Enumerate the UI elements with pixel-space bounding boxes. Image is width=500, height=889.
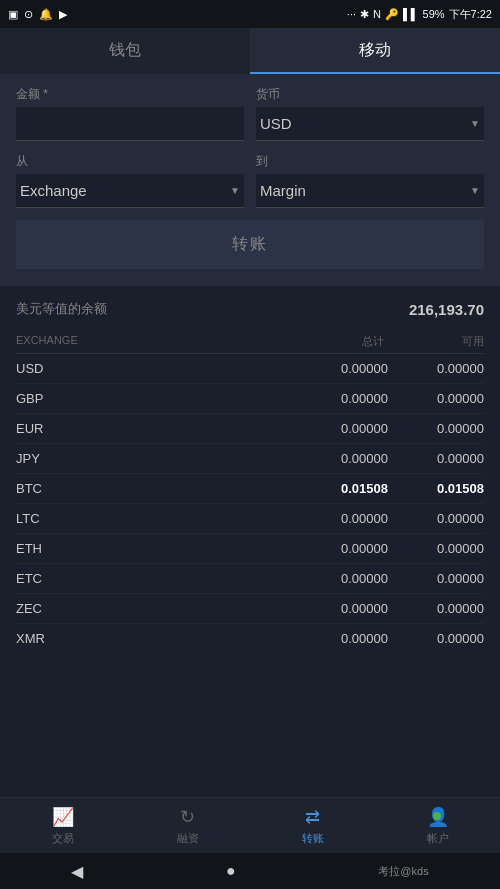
bell-icon: 🔔 — [39, 8, 53, 21]
avail-value: 0.00000 — [404, 601, 484, 616]
table-values: 0.01508 0.01508 — [308, 481, 484, 496]
avail-value: 0.00000 — [404, 631, 484, 646]
to-dropdown-arrow: ▼ — [470, 185, 480, 196]
avail-value: 0.00000 — [404, 451, 484, 466]
status-bar: ▣ ⊙ 🔔 ▶ ··· ✱ N 🔑 ▌▌ 59% 下午7:22 — [0, 0, 500, 28]
currency-value: USD — [260, 115, 292, 132]
balance-label: 美元等值的余额 — [16, 300, 107, 318]
table-values: 0.00000 0.00000 — [308, 541, 484, 556]
brand-label: 考拉@kds — [378, 864, 428, 879]
coin-label: EUR — [16, 421, 76, 436]
table-values: 0.00000 0.00000 — [308, 361, 484, 376]
table-row[interactable]: EUR 0.00000 0.00000 — [16, 414, 484, 444]
android-nav-bar: ◀ ● 考拉@kds — [0, 853, 500, 889]
amount-group: 金额 * — [16, 86, 244, 141]
total-value: 0.00000 — [308, 601, 388, 616]
table-values: 0.00000 0.00000 — [308, 451, 484, 466]
nav-account[interactable]: 👤 帐户 — [375, 798, 500, 853]
table-row[interactable]: ZEC 0.00000 0.00000 — [16, 594, 484, 624]
from-value: Exchange — [20, 182, 87, 199]
table-section: EXCHANGE 总计 可用 USD 0.00000 0.00000 GBP 0… — [0, 326, 500, 649]
table-row[interactable]: XMR 0.00000 0.00000 — [16, 624, 484, 649]
nav-trade[interactable]: 📈 交易 — [0, 798, 125, 853]
status-right-icons: ··· ✱ N 🔑 ▌▌ 59% 下午7:22 — [347, 7, 492, 22]
coin-label: XMR — [16, 631, 76, 646]
from-dropdown-arrow: ▼ — [230, 185, 240, 196]
table-row[interactable]: BTC 0.01508 0.01508 — [16, 474, 484, 504]
transfer-btn-row: 转账 — [16, 220, 484, 269]
dots-icon: ··· — [347, 8, 356, 20]
to-select[interactable]: Margin ▼ — [256, 174, 484, 208]
avail-value: 0.00000 — [404, 421, 484, 436]
home-button[interactable]: ● — [226, 862, 236, 880]
from-select[interactable]: Exchange ▼ — [16, 174, 244, 208]
signal-icon: ▌▌ — [403, 8, 419, 20]
bottom-nav: 📈 交易 ↻ 融资 ⇄ 转账 👤 帐户 — [0, 797, 500, 853]
funding-icon: ↻ — [180, 806, 195, 828]
nav-transfer-label: 转账 — [302, 831, 324, 846]
form-row-1: 金额 * 货币 USD ▼ — [16, 86, 484, 141]
total-value: 0.00000 — [308, 391, 388, 406]
table-values: 0.00000 0.00000 — [308, 391, 484, 406]
avail-value: 0.00000 — [404, 391, 484, 406]
battery-label: 59% — [423, 8, 445, 20]
status-left-icons: ▣ ⊙ 🔔 ▶ — [8, 8, 67, 21]
nfc-icon: N — [373, 8, 381, 20]
nav-trade-label: 交易 — [52, 831, 74, 846]
table-header-row: EXCHANGE 总计 可用 — [16, 326, 484, 354]
nav-account-label: 帐户 — [427, 831, 449, 846]
app-icon: ⊙ — [24, 8, 33, 21]
transfer-button[interactable]: 转账 — [16, 220, 484, 269]
table-scroll-area[interactable]: USD 0.00000 0.00000 GBP 0.00000 0.00000 … — [16, 354, 484, 649]
to-label: 到 — [256, 153, 484, 170]
coin-label: ZEC — [16, 601, 76, 616]
menu-icon: ▣ — [8, 8, 18, 21]
col-avail-header: 可用 — [414, 334, 484, 349]
online-dot — [433, 812, 441, 820]
table-row[interactable]: LTC 0.00000 0.00000 — [16, 504, 484, 534]
form-row-2: 从 Exchange ▼ 到 Margin ▼ — [16, 153, 484, 208]
key-icon: 🔑 — [385, 8, 399, 21]
coin-label: BTC — [16, 481, 76, 496]
exchange-label: EXCHANGE — [16, 334, 78, 349]
coin-label: USD — [16, 361, 76, 376]
currency-select[interactable]: USD ▼ — [256, 107, 484, 141]
to-group: 到 Margin ▼ — [256, 153, 484, 208]
table-values: 0.00000 0.00000 — [308, 631, 484, 646]
table-row[interactable]: ETH 0.00000 0.00000 — [16, 534, 484, 564]
total-value: 0.00000 — [308, 571, 388, 586]
tab-bar: 钱包 移动 — [0, 28, 500, 74]
back-button[interactable]: ◀ — [71, 862, 83, 881]
balance-row: 美元等值的余额 216,193.70 — [16, 300, 484, 318]
transfer-icon: ⇄ — [305, 806, 320, 828]
coin-label: LTC — [16, 511, 76, 526]
avail-value: 0.00000 — [404, 511, 484, 526]
avail-value: 0.00000 — [404, 541, 484, 556]
table-values: 0.00000 0.00000 — [308, 571, 484, 586]
table-values: 0.00000 0.00000 — [308, 421, 484, 436]
table-row[interactable]: USD 0.00000 0.00000 — [16, 354, 484, 384]
total-value: 0.00000 — [308, 361, 388, 376]
table-header-right: 总计 可用 — [314, 334, 484, 349]
table-row[interactable]: ETC 0.00000 0.00000 — [16, 564, 484, 594]
table-values: 0.00000 0.00000 — [308, 511, 484, 526]
amount-input[interactable] — [16, 107, 244, 141]
nav-transfer[interactable]: ⇄ 转账 — [250, 798, 375, 853]
to-value: Margin — [260, 182, 306, 199]
tab-wallet[interactable]: 钱包 — [0, 28, 250, 74]
avail-value: 0.00000 — [404, 361, 484, 376]
coin-label: ETC — [16, 571, 76, 586]
currency-dropdown-arrow: ▼ — [470, 118, 480, 129]
from-label: 从 — [16, 153, 244, 170]
total-value: 0.00000 — [308, 421, 388, 436]
table-values: 0.00000 0.00000 — [308, 601, 484, 616]
table-row[interactable]: JPY 0.00000 0.00000 — [16, 444, 484, 474]
nav-funding-label: 融资 — [177, 831, 199, 846]
bluetooth-icon: ✱ — [360, 8, 369, 21]
nav-funding[interactable]: ↻ 融资 — [125, 798, 250, 853]
total-value: 0.00000 — [308, 541, 388, 556]
table-row[interactable]: GBP 0.00000 0.00000 — [16, 384, 484, 414]
coin-label: JPY — [16, 451, 76, 466]
tab-mobile[interactable]: 移动 — [250, 28, 500, 74]
trade-icon: 📈 — [52, 806, 74, 828]
